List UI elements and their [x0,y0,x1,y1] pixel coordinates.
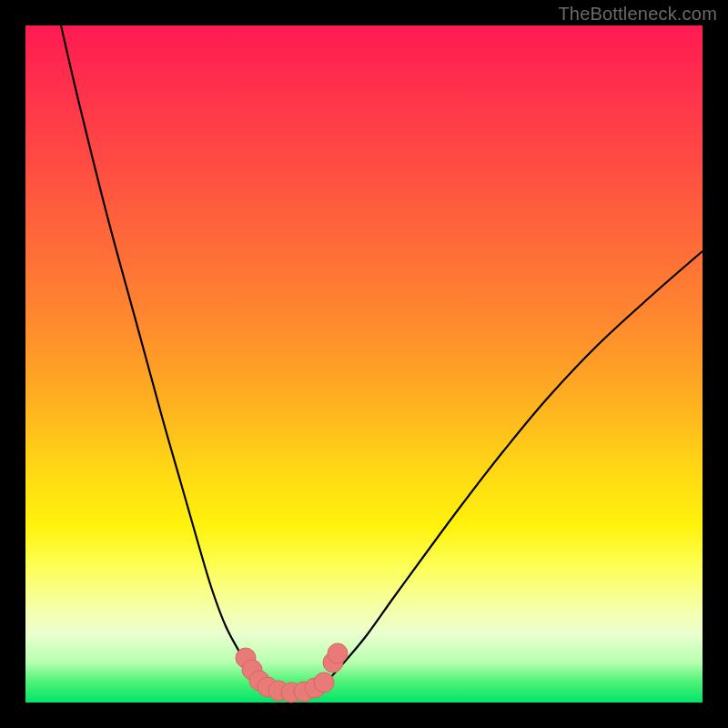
outer-frame: TheBottleneck.com [0,0,728,728]
valley-marker [314,672,334,693]
curve-path [61,25,703,692]
watermark-text: TheBottleneck.com [558,4,717,25]
chart-svg [25,25,703,703]
valley-marker [328,643,348,663]
valley-markers [236,643,348,703]
